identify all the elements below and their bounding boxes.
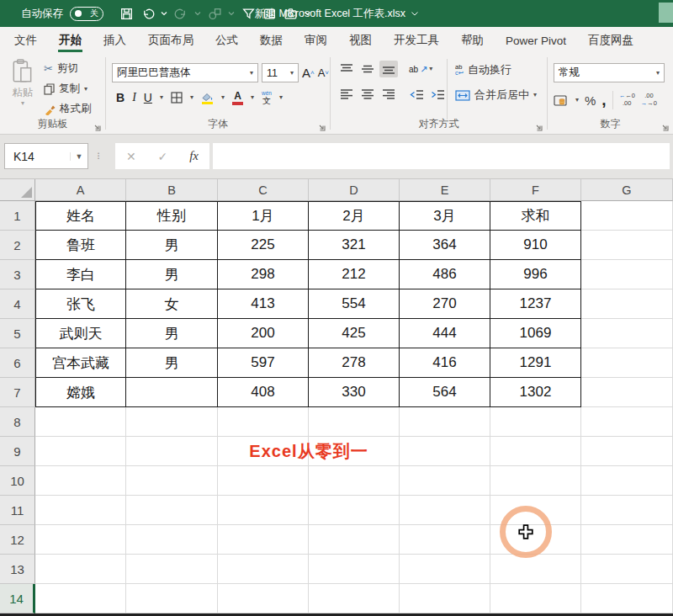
row-header-12[interactable]: 12 (0, 525, 35, 555)
undo-chevron-icon[interactable] (159, 4, 169, 23)
cell-F7[interactable]: 1302 (490, 378, 581, 407)
cell-E14[interactable] (400, 584, 490, 613)
cell-E8[interactable] (400, 407, 490, 437)
underline-button[interactable]: U (144, 91, 152, 104)
row-header-14[interactable]: 14 (0, 584, 35, 613)
undo-icon[interactable] (138, 4, 156, 23)
fill-color-button[interactable] (201, 92, 214, 105)
cell-F1[interactable]: 求和 (490, 201, 581, 231)
cell-G11[interactable] (581, 496, 673, 525)
save-icon[interactable] (117, 4, 135, 23)
align-top-button[interactable] (337, 61, 356, 77)
cell-G5[interactable] (581, 319, 673, 348)
row-header-6[interactable]: 6 (0, 348, 35, 378)
cell-B12[interactable] (126, 525, 218, 555)
column-header-C[interactable]: C (218, 179, 309, 201)
decrease-font-size-button[interactable]: A˅ (318, 66, 329, 79)
cell-C13[interactable] (218, 555, 309, 584)
phonetic-button[interactable]: wén 文 (262, 91, 272, 105)
alignment-dialog-launcher[interactable] (534, 122, 543, 130)
cell-E10[interactable] (400, 466, 490, 496)
cell-G9[interactable] (581, 437, 673, 466)
cell-E4[interactable]: 270 (400, 289, 490, 319)
cell-C4[interactable]: 413 (218, 289, 309, 319)
cell-F14[interactable] (490, 584, 581, 613)
number-dialog-launcher[interactable] (660, 122, 669, 130)
cell-E9[interactable] (400, 437, 490, 466)
cell-C8[interactable] (218, 407, 309, 437)
cell-B10[interactable] (126, 466, 218, 496)
tab-视图[interactable]: 视图 (338, 27, 383, 54)
align-middle-button[interactable] (358, 61, 377, 77)
cell-B1[interactable]: 性别 (126, 201, 218, 231)
cell-F6[interactable]: 1291 (490, 348, 581, 378)
cell-A3[interactable]: 李白 (35, 260, 126, 289)
tab-数据[interactable]: 数据 (249, 27, 294, 54)
cell-F10[interactable] (490, 466, 581, 496)
wrap-text-button[interactable]: abc↩ 自动换行 (455, 62, 511, 77)
row-header-7[interactable]: 7 (0, 378, 35, 407)
cell-G6[interactable] (581, 348, 673, 378)
cell-A6[interactable]: 宫本武藏 (35, 348, 126, 378)
cell-C11[interactable] (218, 496, 309, 525)
cell-E2[interactable]: 364 (400, 231, 490, 260)
cell-G13[interactable] (581, 555, 673, 584)
cell-A11[interactable] (35, 496, 126, 525)
row-header-9[interactable]: 9 (0, 437, 35, 466)
row-header-2[interactable]: 2 (0, 231, 35, 260)
cell-G14[interactable] (581, 584, 673, 613)
increase-decimal-button[interactable]: ←←0 .00 (619, 93, 635, 107)
cell-B2[interactable]: 男 (126, 231, 218, 260)
title-dropdown-icon[interactable] (411, 12, 418, 16)
cell-C12[interactable] (218, 525, 309, 555)
orientation-button[interactable]: ab ↗ ▾ (409, 64, 432, 75)
tab-百度网盘[interactable]: 百度网盘 (577, 27, 644, 54)
formula-input[interactable] (213, 143, 670, 169)
cell-D10[interactable] (309, 466, 400, 496)
cell-G8[interactable] (581, 407, 673, 437)
cell-B4[interactable]: 女 (126, 289, 218, 319)
cell-D6[interactable]: 278 (309, 348, 400, 378)
row-header-13[interactable]: 13 (0, 555, 35, 584)
cell-A13[interactable] (35, 555, 126, 584)
cell-D4[interactable]: 554 (309, 289, 400, 319)
clipboard-dialog-launcher[interactable] (93, 122, 101, 130)
cell-D5[interactable]: 425 (309, 319, 400, 348)
decrease-indent-button[interactable] (407, 86, 426, 103)
cell-E7[interactable]: 564 (400, 378, 490, 407)
cell-E13[interactable] (400, 555, 490, 584)
cell-B8[interactable] (126, 407, 218, 437)
increase-indent-button[interactable] (428, 86, 447, 103)
cell-F5[interactable]: 1069 (490, 319, 581, 348)
insert-function-button[interactable]: fx (189, 149, 199, 163)
tab-公式[interactable]: 公式 (204, 27, 249, 54)
cell-F8[interactable] (490, 407, 581, 437)
fill-color-chevron-icon[interactable]: ▾ (221, 94, 225, 101)
font-dialog-launcher[interactable] (317, 122, 326, 130)
cell-D2[interactable]: 321 (309, 231, 400, 260)
cell-B6[interactable]: 男 (126, 348, 218, 378)
font-size-combo[interactable]: 11 ▾ (262, 63, 299, 82)
percent-button[interactable]: % (585, 93, 596, 108)
cell-G12[interactable] (581, 525, 673, 555)
cell-C5[interactable]: 200 (218, 319, 309, 348)
cell-C7[interactable]: 408 (218, 378, 309, 407)
cell-G10[interactable] (581, 466, 673, 496)
accounting-chevron-icon[interactable]: ▾ (575, 97, 579, 104)
cell-C14[interactable] (218, 584, 309, 613)
row-header-8[interactable]: 8 (0, 407, 35, 437)
cell-G1[interactable] (581, 201, 673, 231)
cell-C6[interactable]: 597 (218, 348, 309, 378)
cell-C3[interactable]: 298 (218, 260, 309, 289)
cell-D11[interactable] (309, 496, 400, 525)
cell-C10[interactable] (218, 466, 309, 496)
column-header-G[interactable]: G (581, 179, 673, 201)
row-header-5[interactable]: 5 (0, 319, 35, 348)
cell-G2[interactable] (581, 231, 673, 260)
cell-E11[interactable] (400, 496, 490, 525)
decrease-decimal-button[interactable]: .00 →→0 (641, 93, 657, 107)
cell-F2[interactable]: 910 (490, 231, 581, 260)
cell-A1[interactable]: 姓名 (35, 201, 126, 231)
cell-A9[interactable] (35, 437, 126, 466)
cell-B14[interactable] (126, 584, 218, 613)
